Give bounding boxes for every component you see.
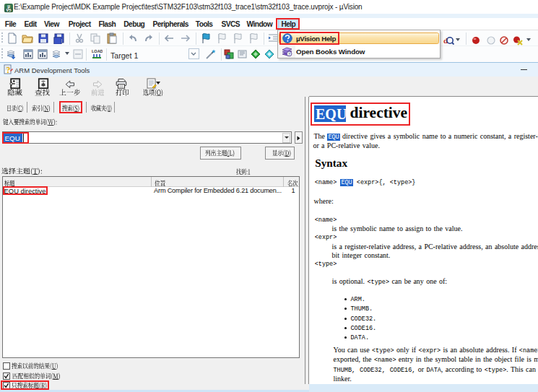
svg-text:V5: V5 [6,8,12,12]
svg-text:?: ? [288,51,290,56]
svg-text:LOAD: LOAD [92,49,103,53]
svg-text:?: ? [6,65,11,74]
